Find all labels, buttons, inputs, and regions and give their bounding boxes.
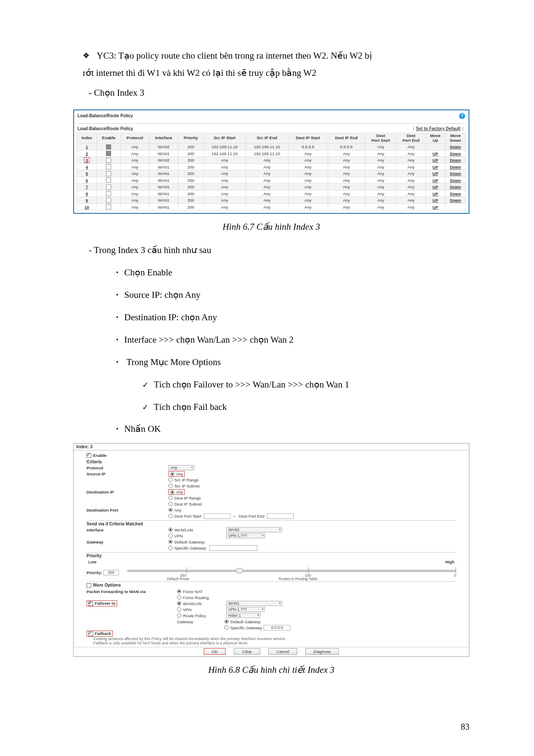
move-down-link[interactable]: Down (445, 150, 466, 157)
move-down-link[interactable]: Down (445, 197, 466, 203)
move-up-link[interactable]: UP (425, 197, 445, 203)
table-row: 7AnyWAN1200AnyAnyAnyAnyAnyAnyUPDown (77, 184, 466, 190)
dst-any-radio[interactable] (170, 490, 174, 494)
panel-subtitle: Load-Balance/Route Policy (78, 126, 133, 131)
index-link[interactable]: 6 (77, 177, 97, 183)
bullet-enable: Chọn Enable (116, 264, 469, 281)
col-move-up: MoveUp (425, 133, 445, 144)
move-down-link[interactable]: Down (445, 157, 466, 163)
move-down-link[interactable]: Down (445, 184, 466, 190)
fo-vpn-radio[interactable] (177, 607, 181, 612)
failback-label: Failback (95, 631, 111, 636)
move-up-link[interactable]: UP (425, 203, 445, 210)
src-range-radio[interactable] (168, 478, 173, 482)
cell-src-end: Any (246, 157, 288, 163)
move-up-link[interactable]: UP (425, 163, 445, 170)
index-link[interactable]: 3 (77, 157, 97, 163)
index-link[interactable]: 7 (77, 184, 97, 190)
protocol-select[interactable]: Any (168, 465, 194, 470)
diagnose-button[interactable]: Diagnose (305, 648, 339, 655)
enable-checkbox[interactable] (87, 453, 91, 458)
move-up-link[interactable]: UP (425, 150, 445, 157)
help-icon[interactable]: ? (459, 113, 465, 119)
more-options-toggle[interactable] (87, 583, 91, 588)
clear-button[interactable]: Clear (234, 648, 260, 655)
move-down-link[interactable]: Down (445, 144, 466, 150)
protocol-label: Protocol (87, 465, 168, 470)
bullet-source-ip: Source IP: chọn Any (116, 287, 469, 304)
cell-priority: 200 (178, 150, 203, 157)
if-vpn-select[interactable]: VPN 1.??? (226, 533, 265, 538)
set-factory-default-link[interactable]: Set to Factory Default (416, 126, 460, 131)
failback-checkbox[interactable] (88, 631, 93, 636)
cell-src-start: 192.168.11.10 (203, 144, 245, 150)
enable-checkbox[interactable] (97, 144, 121, 150)
force-routing-radio[interactable] (177, 595, 181, 600)
fo-gw-specific-radio[interactable] (224, 625, 229, 630)
force-nat-radio[interactable] (177, 589, 181, 594)
fo-gw-default-radio[interactable] (224, 619, 229, 624)
cell-src-end: Any (246, 170, 288, 177)
move-down-link[interactable]: Down (445, 170, 466, 177)
dest-port-end-input[interactable] (267, 513, 294, 519)
figure-caption-6-8: Hình 6.8 Cấu hình chi tiết Index 3 (73, 665, 469, 675)
fo-gw-specific-input[interactable]: 0.0.0.0 (264, 625, 290, 631)
index-link[interactable]: 9 (77, 197, 97, 203)
dst-subnet-radio[interactable] (168, 502, 173, 506)
move-up-link[interactable]: UP (425, 170, 445, 177)
enable-checkbox[interactable] (97, 203, 121, 210)
index-link[interactable]: 10 (77, 203, 97, 210)
move-down-link[interactable]: Down (445, 190, 466, 197)
enable-checkbox[interactable] (97, 197, 121, 203)
failover-checkbox[interactable] (88, 601, 93, 606)
if-wanlan-radio[interactable] (168, 528, 173, 532)
cell-src-start: Any (203, 177, 245, 183)
col-priority: Priority (178, 133, 203, 144)
gateway-label: Gateway (87, 540, 168, 544)
cell-src-end: 192.168.11.10 (246, 150, 288, 157)
dstport-any-radio[interactable] (168, 508, 173, 512)
index-link[interactable]: 8 (77, 190, 97, 197)
fo-wanlan-radio[interactable] (177, 601, 181, 606)
index-link[interactable]: 5 (77, 170, 97, 177)
fo-route-policy-radio[interactable] (177, 613, 181, 618)
index-link[interactable]: 4 (77, 163, 97, 170)
fo-route-policy-select[interactable]: Index 1 (226, 613, 261, 618)
enable-checkbox[interactable] (97, 170, 121, 177)
fo-vpn-select[interactable]: VPN 1.??? (226, 607, 265, 612)
src-any-radio[interactable] (170, 472, 174, 476)
dstport-range-radio[interactable] (168, 514, 173, 518)
move-up-link[interactable]: UP (425, 184, 445, 190)
enable-checkbox[interactable] (97, 177, 121, 183)
enable-checkbox[interactable] (97, 150, 121, 157)
index-link[interactable]: 2 (77, 150, 97, 157)
priority-slider[interactable]: 250 Default Route 150 Routes in Routing … (127, 565, 456, 579)
priority-input[interactable]: 200 (103, 570, 119, 575)
if-vpn-radio[interactable] (168, 534, 173, 538)
cancel-button[interactable]: Cancel (268, 648, 298, 655)
move-up-link[interactable]: UP (425, 190, 445, 197)
gw-specific-radio[interactable] (168, 546, 173, 550)
src-subnet-radio[interactable] (168, 484, 173, 488)
gw-specific-input[interactable] (209, 545, 258, 551)
dest-port-start-input[interactable] (204, 513, 230, 519)
cell-protocol: Any (121, 197, 149, 203)
choose-index-3: - Chọn Index 3 (73, 84, 469, 102)
index-link[interactable]: 1 (77, 144, 97, 150)
table-row: 3AnyWAN2200AnyAnyAnyAnyAnyAnyUPDown (77, 157, 466, 163)
enable-checkbox[interactable] (97, 190, 121, 197)
move-up-link[interactable]: UP (425, 157, 445, 163)
move-down-link[interactable]: Down (445, 177, 466, 183)
ok-button[interactable]: OK (204, 648, 226, 655)
fo-wan-select[interactable]: WAN1 (226, 601, 282, 606)
move-down-link[interactable]: Down (445, 163, 466, 170)
enable-checkbox[interactable] (97, 163, 121, 170)
if-wan-select[interactable]: WAN2 (226, 527, 282, 532)
table-row: 4AnyWAN1200AnyAnyAnyAnyAnyAnyUPDown (77, 163, 466, 170)
enable-checkbox[interactable] (97, 157, 121, 163)
section-send-via: Send via if Criteria Matched (87, 520, 456, 526)
enable-checkbox[interactable] (97, 184, 121, 190)
gw-default-radio[interactable] (168, 540, 173, 544)
move-up-link[interactable]: UP (425, 177, 445, 183)
dst-range-radio[interactable] (168, 496, 173, 500)
